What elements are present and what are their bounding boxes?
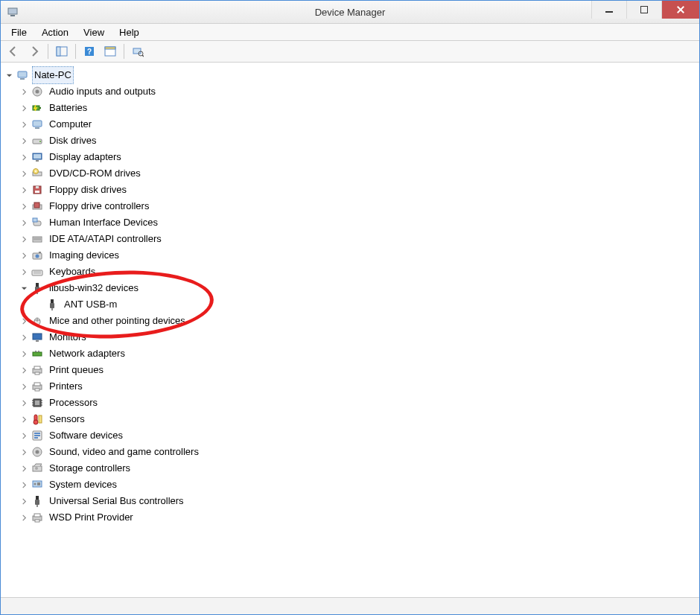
speaker-icon (31, 85, 44, 98)
device-tree-area[interactable]: Nate-PC Audio inputs and outputsBatterie… (1, 63, 699, 597)
menu-view[interactable]: View (76, 25, 112, 39)
expander-icon[interactable] (19, 103, 29, 113)
tree-category-node[interactable]: DVD/CD-ROM drives (19, 165, 696, 182)
expander-icon[interactable] (19, 447, 29, 457)
menu-action[interactable]: Action (34, 25, 76, 39)
nav-back-button[interactable] (4, 42, 23, 61)
window-controls (591, 1, 699, 19)
expander-icon[interactable] (19, 414, 29, 424)
category-label[interactable]: Imaging devices (47, 247, 121, 264)
category-label[interactable]: Print queues (47, 362, 106, 378)
tree-category-node[interactable]: Display adapters (19, 149, 696, 165)
expander-icon[interactable] (19, 512, 29, 523)
expander-icon[interactable] (19, 348, 29, 359)
expander-icon[interactable] (19, 267, 29, 277)
category-label[interactable]: Audio inputs and outputs (47, 83, 158, 100)
expander-icon[interactable] (19, 201, 29, 211)
expander-icon[interactable] (19, 217, 29, 228)
category-label[interactable]: WSD Print Provider (47, 509, 136, 526)
tree-device-node[interactable]: ANT USB-m (34, 296, 696, 313)
tree-category-node[interactable]: WSD Print Provider (19, 509, 696, 526)
tree-category-node[interactable]: libusb-win32 devices (19, 280, 696, 296)
expander-icon[interactable] (19, 496, 29, 506)
tree-category-node[interactable]: Universal Serial Bus controllers (19, 493, 696, 509)
tree-category-node[interactable]: Disk drives (19, 133, 696, 149)
properties-button[interactable] (101, 42, 120, 61)
expander-icon[interactable] (19, 283, 29, 293)
category-label[interactable]: Keyboards (47, 264, 98, 280)
category-label[interactable]: libusb-win32 devices (47, 280, 141, 296)
device-label[interactable]: ANT USB-m (62, 296, 119, 313)
category-label[interactable]: Sensors (47, 411, 87, 427)
category-label[interactable]: Storage controllers (47, 460, 133, 477)
tree-category-node[interactable]: Print queues (19, 362, 696, 378)
category-label[interactable]: Human Interface Devices (47, 214, 160, 231)
expander-icon[interactable] (19, 119, 29, 130)
category-label[interactable]: Processors (47, 395, 100, 411)
tree-category-node[interactable]: Network adapters (19, 345, 696, 362)
menu-file[interactable]: File (4, 25, 34, 39)
category-label[interactable]: Mice and other pointing devices (47, 313, 188, 329)
tree-category-node[interactable]: Sensors (19, 411, 696, 427)
device-tree-root: Nate-PC Audio inputs and outputsBatterie… (4, 67, 696, 526)
expander-icon[interactable] (19, 168, 29, 179)
category-label[interactable]: Disk drives (47, 133, 99, 149)
category-label[interactable]: Batteries (47, 100, 89, 116)
expander-icon[interactable] (19, 316, 29, 326)
nav-forward-button[interactable] (25, 42, 44, 61)
category-label[interactable]: Computer (47, 116, 94, 133)
show-hide-tree-button[interactable] (52, 42, 71, 61)
expander-icon[interactable] (19, 250, 29, 261)
expander-icon[interactable] (19, 152, 29, 162)
menu-help[interactable]: Help (112, 25, 147, 39)
tree-category-node[interactable]: Storage controllers (19, 460, 696, 477)
expander-icon[interactable] (19, 398, 29, 408)
tree-category-node[interactable]: Batteries (19, 100, 696, 116)
tree-category-node[interactable]: Floppy disk drives (19, 182, 696, 198)
category-label[interactable]: IDE ATA/ATAPI controllers (47, 231, 164, 247)
root-label[interactable]: Nate-PC (32, 66, 74, 84)
tree-category-node[interactable]: Computer (19, 116, 696, 133)
expander-icon[interactable] (19, 86, 29, 97)
minimize-button[interactable] (591, 1, 626, 19)
expander-icon[interactable] (19, 430, 29, 441)
category-label[interactable]: Network adapters (47, 345, 127, 362)
expander-icon[interactable] (19, 381, 29, 392)
tree-category-node[interactable]: System devices (19, 477, 696, 493)
tree-category-node[interactable]: Processors (19, 395, 696, 411)
expander-icon[interactable] (19, 332, 29, 342)
category-label[interactable]: Monitors (47, 329, 89, 345)
tree-category-node[interactable]: Printers (19, 378, 696, 395)
expander-icon[interactable] (19, 234, 29, 244)
category-label[interactable]: DVD/CD-ROM drives (47, 165, 143, 182)
close-button[interactable] (661, 1, 699, 19)
tree-category-node[interactable]: Human Interface Devices (19, 214, 696, 231)
category-label[interactable]: Display adapters (47, 149, 124, 165)
category-label[interactable]: Floppy disk drives (47, 182, 129, 198)
expander-icon[interactable] (19, 136, 29, 146)
tree-category-node[interactable]: Imaging devices (19, 247, 696, 264)
expander-icon[interactable] (19, 463, 29, 474)
expander-icon[interactable] (19, 185, 29, 195)
tree-category-node[interactable]: Keyboards (19, 264, 696, 280)
tree-category-node[interactable]: Sound, video and game controllers (19, 444, 696, 460)
tree-category-node[interactable]: Monitors (19, 329, 696, 345)
tree-category-node[interactable]: Audio inputs and outputs (19, 83, 696, 100)
expander-icon[interactable] (4, 70, 14, 80)
tree-category-node[interactable]: Mice and other pointing devices (19, 313, 696, 329)
maximize-button[interactable] (626, 1, 661, 19)
category-label[interactable]: Software devices (47, 427, 125, 444)
category-label[interactable]: Sound, video and game controllers (47, 444, 201, 460)
category-label[interactable]: Universal Serial Bus controllers (47, 493, 186, 509)
expander-icon[interactable] (19, 479, 29, 490)
category-label[interactable]: System devices (47, 477, 119, 493)
help-button[interactable]: ? (80, 42, 99, 61)
category-label[interactable]: Printers (47, 378, 85, 395)
scan-hardware-button[interactable] (128, 42, 147, 61)
tree-root-node[interactable]: Nate-PC (4, 67, 696, 83)
tree-category-node[interactable]: Floppy drive controllers (19, 198, 696, 214)
category-label[interactable]: Floppy drive controllers (47, 198, 151, 214)
tree-category-node[interactable]: Software devices (19, 427, 696, 444)
tree-category-node[interactable]: IDE ATA/ATAPI controllers (19, 231, 696, 247)
expander-icon[interactable] (19, 365, 29, 375)
